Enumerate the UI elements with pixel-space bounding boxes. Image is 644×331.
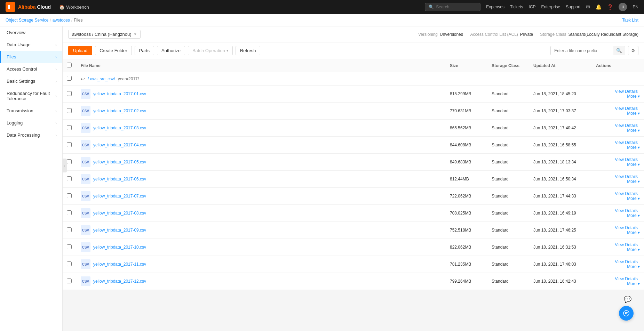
file-name-link-0[interactable]: yellow_tripdata_2017-01.csv <box>93 91 146 96</box>
row-checkbox-4[interactable] <box>67 159 72 164</box>
more-button-6[interactable]: More ▾ <box>627 196 640 201</box>
header-size: Size <box>446 59 487 72</box>
file-name-link-6[interactable]: yellow_tripdata_2017-07.csv <box>93 194 146 199</box>
refresh-button[interactable]: Refresh <box>236 46 261 55</box>
table-settings-button[interactable]: ⚙ <box>628 46 638 55</box>
file-name-link-5[interactable]: yellow_tripdata_2017-06.csv <box>93 177 146 181</box>
authorize-button[interactable]: Authorize <box>157 46 185 55</box>
file-name-link-7[interactable]: yellow_tripdata_2017-08.csv <box>93 211 146 216</box>
view-details-link-3[interactable]: View Details <box>615 140 638 145</box>
batch-dropdown-icon: ▾ <box>226 49 228 53</box>
file-icon-2: CSV <box>81 123 90 133</box>
breadcrumb-bucket[interactable]: awstooss <box>53 18 70 23</box>
file-search-input[interactable] <box>551 47 613 55</box>
sidebar-item-transmission[interactable]: Transmission › <box>0 105 62 117</box>
view-details-link-7[interactable]: View Details <box>615 208 638 213</box>
file-name-link-3[interactable]: yellow_tripdata_2017-04.csv <box>93 143 146 147</box>
more-button-3[interactable]: More ▾ <box>627 145 640 150</box>
view-details-link-8[interactable]: View Details <box>615 225 638 230</box>
view-details-link-0[interactable]: View Details <box>615 89 638 94</box>
file-name-link-11[interactable]: yellow_tripdata_2017-12.csv <box>93 279 146 284</box>
upload-button[interactable]: Upload <box>68 46 92 55</box>
more-button-5[interactable]: More ▾ <box>627 179 640 184</box>
workbench-button[interactable]: 🏠 Workbench <box>56 3 92 11</box>
file-name-link-2[interactable]: yellow_tripdata_2017-03.csv <box>93 126 146 130</box>
sidebar-item-basic-settings[interactable]: Basic Settings › <box>0 75 62 87</box>
create-folder-button[interactable]: Create Folder <box>95 46 132 55</box>
path-link[interactable]: / aws_src_csv/ <box>88 76 115 81</box>
view-details-link-10[interactable]: View Details <box>615 259 638 264</box>
view-details-link-6[interactable]: View Details <box>615 191 638 196</box>
sidebar-item-logging[interactable]: Logging › <box>0 117 62 129</box>
more-button-9[interactable]: More ▾ <box>627 247 640 252</box>
more-button-10[interactable]: More ▾ <box>627 264 640 269</box>
row-storage-6: Standard <box>487 188 529 205</box>
sidebar-item-files[interactable]: Files › <box>0 51 62 63</box>
back-icon[interactable]: ↩ <box>81 76 85 82</box>
row-checkbox-6[interactable] <box>67 193 72 198</box>
chat-icon <box>623 310 630 317</box>
bell-icon[interactable]: 🔔 <box>596 4 602 10</box>
view-details-link-5[interactable]: View Details <box>615 174 638 179</box>
feedback-icon[interactable]: 💬 <box>624 296 631 303</box>
more-button-2[interactable]: More ▾ <box>627 128 640 133</box>
sidebar-logging-label: Logging <box>7 120 23 126</box>
bucket-selector[interactable]: awstooss / China (Hangzhou) ▼ <box>68 30 141 39</box>
help-icon[interactable]: ❓ <box>607 4 613 10</box>
nav-support[interactable]: Support <box>566 5 580 9</box>
file-name-link-10[interactable]: yellow_tripdata_2017-11.csv <box>93 262 146 267</box>
file-search-button[interactable]: 🔍 <box>613 46 625 55</box>
sidebar-item-redundancy[interactable]: Redundancy for Fault Tolerance › <box>0 87 62 105</box>
row-checkbox-10[interactable] <box>67 261 72 266</box>
view-details-link-11[interactable]: View Details <box>615 276 638 281</box>
row-checkbox-3[interactable] <box>67 142 72 147</box>
global-search-input[interactable] <box>436 5 478 9</box>
row-checkbox-2[interactable] <box>67 125 72 130</box>
file-name-link-1[interactable]: yellow_tripdata_2017-02.csv <box>93 108 146 113</box>
row-checkbox-8[interactable] <box>67 227 72 232</box>
batch-operation-button[interactable]: Batch Operation ▾ <box>188 46 233 55</box>
view-details-link-2[interactable]: View Details <box>615 123 638 128</box>
path-row-checkbox[interactable] <box>67 76 72 81</box>
nav-icp[interactable]: ICP <box>529 5 536 9</box>
row-checkbox-11[interactable] <box>67 278 72 283</box>
row-updated-5: Jun 18, 2021, 16:50:34 <box>529 171 592 188</box>
chat-fab-button[interactable] <box>619 306 634 321</box>
file-name-link-4[interactable]: yellow_tripdata_2017-05.csv <box>93 160 146 164</box>
select-all-checkbox[interactable] <box>67 63 72 67</box>
file-name-link-9[interactable]: yellow_tripdata_2017-10.csv <box>93 245 146 250</box>
view-details-link-1[interactable]: View Details <box>615 106 638 111</box>
more-button-8[interactable]: More ▾ <box>627 230 640 235</box>
sidebar-item-data-usage[interactable]: Data Usage › <box>0 39 62 51</box>
global-search[interactable]: 🔍 <box>425 3 480 11</box>
nav-enterprise[interactable]: Enterprise <box>541 5 560 9</box>
row-checkbox-1[interactable] <box>67 108 72 113</box>
view-details-link-4[interactable]: View Details <box>615 157 638 162</box>
row-checkbox-7[interactable] <box>67 210 72 215</box>
more-button-0[interactable]: More ▾ <box>627 94 640 99</box>
sidebar-item-access-control[interactable]: Access Control › <box>0 63 62 75</box>
row-checkbox-5[interactable] <box>67 176 72 181</box>
more-button-1[interactable]: More ▾ <box>627 111 640 116</box>
row-checkbox-9[interactable] <box>67 244 72 249</box>
view-details-link-9[interactable]: View Details <box>615 242 638 247</box>
nav-expenses[interactable]: Expenses <box>486 5 504 9</box>
sidebar-item-data-processing[interactable]: Data Processing › <box>0 129 62 141</box>
logo-area[interactable]: Alibaba Cloud <box>6 2 51 12</box>
more-button-11[interactable]: More ▾ <box>627 281 640 286</box>
row-checkbox-0[interactable] <box>67 91 72 96</box>
breadcrumb-oss[interactable]: Object Storage Service <box>6 18 48 23</box>
nav-tickets[interactable]: Tickets <box>510 5 523 9</box>
sidebar-item-overview[interactable]: Overview <box>0 26 62 39</box>
lang-switcher[interactable]: EN <box>633 5 638 9</box>
task-list-link[interactable]: Task List <box>622 18 638 23</box>
path-row-name-cell: ↩ / aws_src_csv/ year=2017/ <box>77 72 446 86</box>
parts-button[interactable]: Parts <box>135 46 154 55</box>
sidebar-collapse-button[interactable]: ‹ <box>62 159 67 172</box>
message-icon[interactable]: ✉ <box>586 4 590 10</box>
user-avatar[interactable]: U <box>619 3 627 11</box>
row-name-cell-11: CSV yellow_tripdata_2017-12.csv <box>77 273 446 290</box>
more-button-4[interactable]: More ▾ <box>627 162 640 167</box>
more-button-7[interactable]: More ▾ <box>627 213 640 218</box>
file-name-link-8[interactable]: yellow_tripdata_2017-09.csv <box>93 228 146 233</box>
